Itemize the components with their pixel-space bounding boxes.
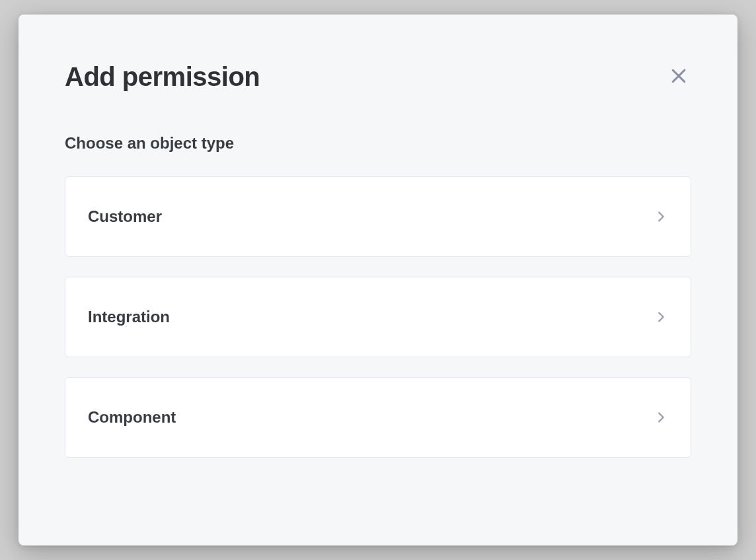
modal-header: Add permission bbox=[65, 62, 691, 92]
chevron-right-icon bbox=[654, 209, 668, 224]
close-icon bbox=[669, 66, 689, 88]
object-type-list: Customer Integration Component bbox=[65, 176, 691, 458]
close-button[interactable] bbox=[666, 63, 691, 90]
object-type-customer[interactable]: Customer bbox=[65, 176, 691, 257]
object-type-label: Customer bbox=[88, 207, 162, 226]
object-type-label: Component bbox=[88, 408, 176, 427]
object-type-component[interactable]: Component bbox=[65, 377, 691, 458]
section-label: Choose an object type bbox=[65, 134, 691, 153]
chevron-right-icon bbox=[654, 310, 668, 324]
chevron-right-icon bbox=[654, 410, 668, 425]
object-type-integration[interactable]: Integration bbox=[65, 277, 691, 357]
object-type-label: Integration bbox=[88, 308, 170, 326]
add-permission-modal: Add permission Choose an object type Cus… bbox=[19, 15, 737, 545]
modal-title: Add permission bbox=[65, 62, 260, 92]
